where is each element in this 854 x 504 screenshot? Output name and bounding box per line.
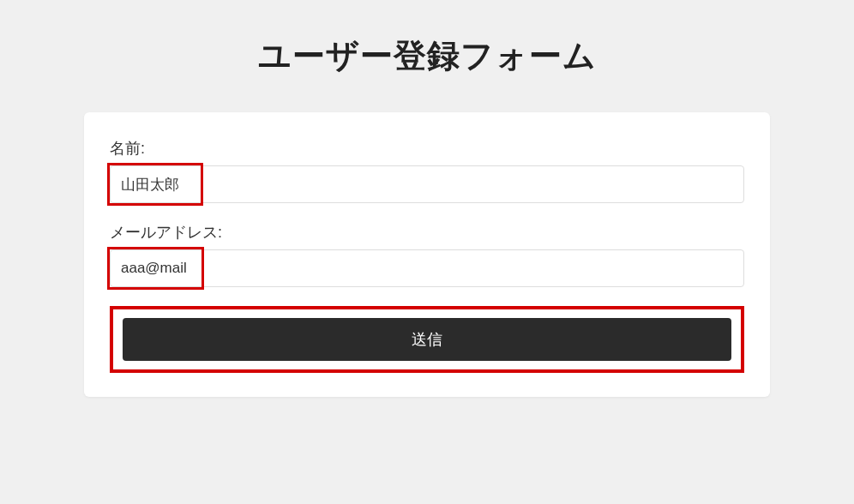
page-title: ユーザー登録フォーム: [84, 34, 770, 78]
name-input[interactable]: [110, 165, 744, 203]
registration-form-card: 名前: メールアドレス: 送信: [84, 112, 770, 397]
name-field-group: 名前:: [110, 138, 744, 203]
email-input[interactable]: [110, 249, 744, 287]
email-field-group: メールアドレス:: [110, 222, 744, 287]
email-label: メールアドレス:: [110, 222, 744, 243]
submit-button[interactable]: 送信: [123, 318, 731, 361]
name-label: 名前:: [110, 138, 744, 159]
